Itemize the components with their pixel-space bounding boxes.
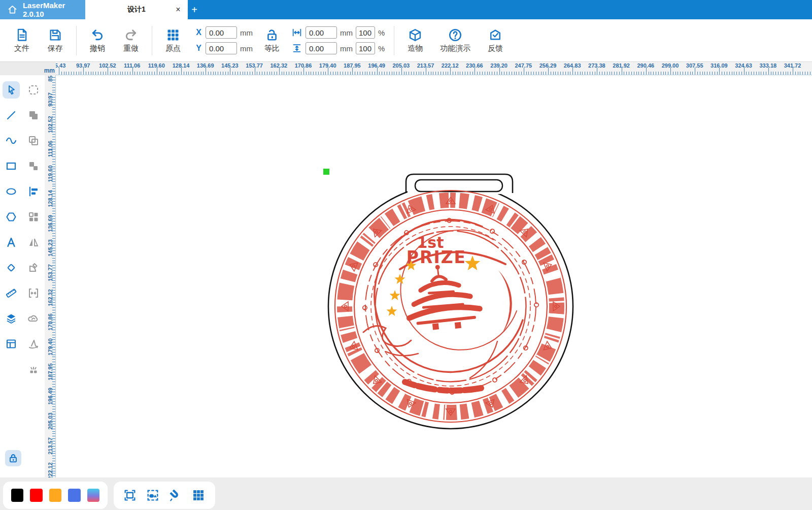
fit-frame-button[interactable] [122,487,138,503]
subtract-icon [27,160,40,172]
tab-title: 设计1 [127,5,146,14]
lock-ratio-button[interactable]: 等比 [258,28,286,53]
rectangle-icon [5,160,17,172]
undo-button[interactable]: 撤销 [81,28,114,53]
h-ruler-label: 145.23 [221,62,239,69]
measure-tool[interactable] [3,284,20,302]
color-swatch-blue[interactable] [68,489,80,502]
sweep-text-icon [27,338,40,350]
new-tab-button[interactable]: + [188,2,201,17]
h-ruler-label: 119.60 [148,62,165,69]
tool-panel [0,75,45,477]
weld-tool[interactable] [25,310,42,327]
line-icon [5,109,17,121]
v-ruler-label: 93.97 [47,92,53,107]
x-input[interactable] [206,26,237,39]
toolbar-divider [76,26,77,55]
snap-magnet-button[interactable] [167,487,184,503]
select-tool[interactable] [3,81,20,99]
union-icon [27,109,40,121]
feedback-icon [488,28,502,42]
mirror-icon [27,236,40,248]
main-toolbar: 文件 保存 撤销 重做 [0,19,812,62]
text-tool[interactable] [3,234,20,251]
height-unit: mm [340,44,353,53]
ruler-unit-label: mm [42,62,56,75]
distribute-tool[interactable] [25,208,42,226]
line-tool[interactable] [3,107,20,124]
h-ruler-label: 307.55 [686,62,703,69]
subtract-tool[interactable] [25,157,42,175]
align-tool[interactable] [25,183,42,200]
width-percent-input[interactable] [356,26,375,39]
height-percent-input[interactable] [356,42,375,54]
table-tool[interactable] [3,335,20,353]
feedback-button[interactable]: 反馈 [479,28,512,53]
h-ruler-label: 264.83 [564,62,581,69]
eraser-icon [5,262,17,274]
node-edit-tool[interactable] [25,259,42,276]
create-button[interactable]: 造物 [398,28,432,53]
position-inputs: X mm Y mm [195,26,253,54]
unlock-icon [265,28,279,42]
y-unit: mm [240,44,253,53]
sweep-tool[interactable] [25,335,42,353]
layers-tool[interactable] [3,310,20,327]
spacing-tool[interactable] [25,284,42,302]
h-ruler-label: 128.14 [173,62,190,69]
save-icon [48,28,62,42]
h-ruler-label: 281.92 [613,62,630,69]
redo-button[interactable]: 重做 [114,28,148,53]
color-swatch-red[interactable] [30,489,42,502]
medal-design[interactable]: 1st PRIZE [315,163,589,437]
h-ruler-label: 299.00 [662,62,679,69]
home-icon[interactable] [7,4,18,15]
union-tool[interactable] [25,107,42,124]
h-ruler-label: 162.32 [270,62,287,69]
exclude-tool[interactable] [25,132,42,149]
h-ruler-label: 179.40 [319,62,336,69]
text-icon [5,236,17,248]
save-button[interactable]: 保存 [39,28,72,53]
bottom-bar [0,477,812,510]
polygon-tool[interactable] [3,208,20,226]
width-input[interactable] [306,26,337,39]
break-apart-icon [27,363,40,375]
redo-icon [124,28,138,42]
h-ruler-label: 247.75 [515,62,532,69]
v-ruler-label: 213.57 [47,437,53,455]
marquee-select-tool[interactable] [25,81,42,99]
height-input[interactable] [306,42,337,54]
canvas-tools-panel [114,482,215,509]
h-ruler-label: 256.29 [539,62,557,69]
color-swatch-black[interactable] [11,489,23,502]
color-swatch-gradient[interactable] [87,489,99,502]
v-ruler-label: 153.77 [47,264,53,281]
h-ruler-label: 102.52 [99,62,116,69]
layers-icon [5,312,17,325]
height-percent-sign: % [378,44,385,53]
v-ruler-label: 187.95 [47,363,53,380]
h-ruler-label: 170.86 [295,62,312,69]
mirror-tool[interactable] [25,234,42,251]
curve-tool[interactable] [3,132,20,149]
demo-button[interactable]: 功能演示 [432,28,479,53]
ellipse-tool[interactable] [3,183,20,200]
grid-toggle-button[interactable] [190,487,207,503]
file-button[interactable]: 文件 [5,28,39,53]
h-ruler-label: 222.12 [442,62,459,69]
align-left-icon [27,185,40,198]
select-shapes-button[interactable] [145,487,161,503]
color-swatch-orange[interactable] [49,489,61,502]
rectangle-tool[interactable] [3,157,20,175]
lock-icon [8,453,19,464]
v-ruler-label: 196.49 [47,388,53,405]
eraser-tool[interactable] [3,259,20,276]
canvas-lock-button[interactable] [5,450,21,466]
tab-close-button[interactable]: × [173,4,184,15]
h-ruler-label: 213.57 [417,62,434,69]
origin-button[interactable]: 原点 [156,28,190,53]
y-input[interactable] [206,42,237,54]
break-apart-tool[interactable] [25,361,42,378]
help-icon [448,28,462,42]
